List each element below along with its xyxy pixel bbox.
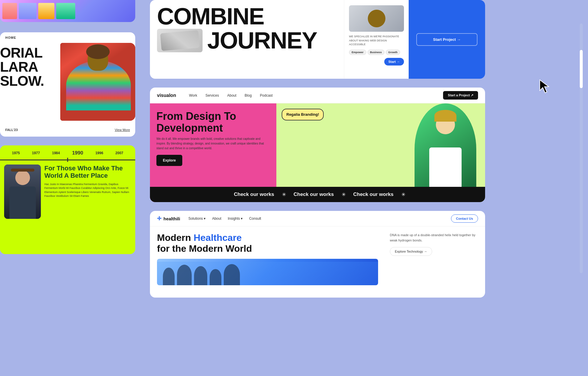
nav-link-podcast[interactable]: Podcast: [260, 93, 273, 98]
card-editorial: HOME ORIAL LARA SLOW. FALL'23 View More: [0, 32, 135, 137]
star-3: ✳: [400, 192, 407, 198]
healthili-hero-image: [157, 259, 378, 285]
healthili-heading: Modern Healthcare for the Modern World: [157, 232, 378, 254]
heading-end: for the Modern World: [157, 243, 252, 254]
timeline-bar: 1975 1977 1984 1990 1996 2007: [0, 145, 135, 160]
speech-bubble: Regalia Branding!: [282, 109, 324, 120]
h-nav-about[interactable]: About: [212, 216, 221, 221]
combine-left: COMBINE JOURNEY: [150, 0, 344, 79]
year-1990-active: 1990: [72, 150, 83, 156]
combine-shoe-image: [157, 29, 203, 52]
card-combine: COMBINE JOURNEY WE SPECIALIZE IN WE'RE P…: [150, 0, 485, 79]
nav-link-blog[interactable]: Blog: [245, 93, 252, 98]
year-1977: 1977: [32, 151, 40, 155]
year-1975: 1975: [12, 151, 20, 155]
mouse-cursor: [539, 79, 550, 95]
visualon-nav: visualon Work Services About Blog Podcas…: [150, 88, 485, 103]
timeline-indicator: [67, 158, 68, 162]
combine-right-desc: WE SPECIALIZE IN WE'RE PASSIONATE ABOUT …: [344, 0, 409, 79]
healthili-nav: ✛ healthili Solutions ▾ About Insights ▾…: [150, 211, 485, 226]
editorial-photo: [60, 43, 135, 121]
visualon-logo: visualon: [157, 93, 176, 98]
editorial-title: ORIAL LARA SLOW.: [0, 46, 44, 88]
heading-accent: Healthcare: [193, 232, 242, 243]
visualon-nav-links: Work Services About Blog Podcast: [189, 93, 434, 98]
start-project-button[interactable]: Start Project →: [416, 33, 477, 46]
healthili-dna-text: DNA is made up of a double-stranded heli…: [390, 232, 478, 243]
visualon-heading: From Design To Development: [156, 110, 270, 134]
year-1984: 1984: [52, 151, 60, 155]
scrollbar-track: [580, 24, 583, 273]
healthili-right: DNA is made up of a double-stranded heli…: [390, 232, 478, 293]
combine-tags: Empower Business Growth: [349, 50, 404, 55]
view-more-link[interactable]: View More: [115, 128, 130, 132]
visualon-person: [415, 103, 476, 194]
heading-normal: Modern: [157, 232, 193, 243]
year-2007: 2007: [116, 151, 123, 155]
star-2: ✳: [340, 192, 348, 198]
nav-link-services[interactable]: Services: [206, 93, 219, 98]
start-button[interactable]: Start →: [384, 58, 404, 66]
healthili-logo: ✛ healthili: [157, 215, 180, 222]
year-1996: 1996: [95, 151, 103, 155]
h-nav-consult[interactable]: Consult: [249, 216, 261, 221]
timeline-text: For Those Who Make The World A Better Pl…: [44, 164, 131, 219]
timeline-content: For Those Who Make The World A Better Pl…: [0, 160, 135, 223]
card-top-left: [0, 0, 135, 22]
healthili-nav-links: Solutions ▾ About Insights ▾ Consult: [188, 216, 443, 221]
check-works-bar: Check our works ✳ Check our works ✳ Chec…: [150, 187, 485, 202]
contact-us-button[interactable]: Contact Us: [451, 214, 478, 223]
check-works-3: Check our works: [348, 192, 400, 197]
card-visualon: visualon Work Services About Blog Podcas…: [150, 88, 485, 202]
editorial-nav: HOME: [0, 32, 135, 43]
combine-text-2: JOURNEY: [207, 29, 317, 52]
healthili-body: Modern Healthcare for the Modern World D…: [150, 226, 485, 298]
check-works-2: Check our works: [288, 192, 340, 197]
timeline-photo: [4, 164, 41, 219]
tag-empower: Empower: [349, 50, 366, 55]
blue-cta-box: Start Project →: [409, 0, 485, 79]
healthili-logo-icon: ✛: [157, 215, 161, 222]
h-nav-insights[interactable]: Insights ▾: [228, 216, 243, 221]
card-timeline: 1975 1977 1984 1990 1996 2007 For Those …: [0, 145, 135, 254]
nav-link-about[interactable]: About: [227, 93, 236, 98]
explore-button[interactable]: Explore: [156, 155, 182, 166]
visualon-body-text: We do it all. We empower brands with bol…: [156, 137, 270, 151]
visualon-start-project-btn[interactable]: Start a Project ↗: [443, 91, 478, 100]
combine-text-1: COMBINE: [157, 5, 337, 28]
nav-link-work[interactable]: Work: [189, 93, 197, 98]
star-1: ✳: [280, 192, 288, 198]
editorial-footer: FALL'23 View More: [0, 125, 135, 135]
card-healthili: ✛ healthili Solutions ▾ About Insights ▾…: [150, 211, 485, 298]
combine-portrait: [349, 5, 404, 32]
tag-growth: Growth: [386, 50, 400, 55]
combine-tagline: WE SPECIALIZE IN WE'RE PASSIONATE ABOUT …: [349, 35, 404, 47]
scrollbar-thumb[interactable]: [580, 50, 583, 88]
tag-business: Business: [368, 50, 385, 55]
healthili-left: Modern Healthcare for the Modern World: [157, 232, 378, 293]
check-works-1: Check our works: [228, 192, 280, 197]
healthili-logo-text: healthili: [163, 216, 180, 221]
explore-technology-button[interactable]: Explore Technology →: [390, 247, 432, 256]
h-nav-solutions[interactable]: Solutions ▾: [188, 216, 206, 221]
